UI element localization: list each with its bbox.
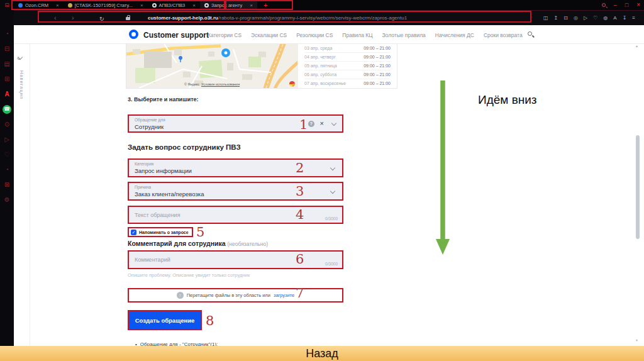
notes-icon[interactable]: ▤ (0, 57, 14, 72)
browser-toolbar: ‹ › ↻ customer-support-help.o3t.ru/rabot… (14, 11, 644, 25)
web-page: Customer support Категории CS Эскалации … (14, 25, 644, 361)
back-icon[interactable]: ‹ (54, 13, 57, 22)
hours-row: 05 апр, пятница09:00 – 21:00 (304, 62, 391, 70)
site-brand[interactable]: Customer support (143, 31, 209, 40)
downloads-icon[interactable]: ↧ (623, 13, 627, 23)
field-value: Запрос информации (135, 167, 192, 174)
checkbox-checked-icon[interactable]: ✓ (131, 230, 136, 235)
annotation-number-8: 8 (206, 313, 214, 328)
clock-icon[interactable]: ◔ (0, 162, 14, 177)
nav-pravila-kc[interactable]: Правила КЦ (342, 32, 372, 38)
favorites-icon[interactable]: ♡ (0, 147, 14, 162)
annotation-number-2: 2 (296, 160, 304, 175)
tab-close-icon[interactable]: × (140, 3, 143, 8)
upload-icon: ↑ (177, 292, 184, 299)
nav-sroki-vozvrata[interactable]: Сроки возврата (484, 32, 523, 38)
field-kommentariy[interactable]: Комментарий 0/3000 (128, 250, 343, 269)
whatsapp-icon[interactable]: ☎ (3, 105, 11, 114)
minimize-button[interactable]: – (614, 0, 617, 10)
map-provider-icon[interactable] (289, 81, 295, 87)
split-view-icon[interactable]: ◫ (543, 13, 548, 23)
field-napominat-checkbox[interactable]: ✓ Напоминать о запросе (128, 227, 193, 237)
help-icon[interactable]: ? (308, 121, 314, 127)
address-bar[interactable]: customer-support-help.o3t.ru/rabota-v-pr… (148, 15, 407, 21)
target-icon[interactable]: ⊙ (0, 117, 14, 132)
upload-link[interactable]: загрузите (274, 292, 294, 298)
chevron-down-icon[interactable] (330, 165, 335, 170)
mode-icon[interactable]: ◎ (574, 13, 578, 23)
navigation-rail: » Навигация (14, 44, 30, 361)
map-terms-link[interactable]: Условия использования (201, 82, 240, 86)
nav-nachisleniya-ds[interactable]: Начисления ДС (435, 32, 474, 38)
forward-icon[interactable]: › (72, 13, 74, 22)
close-button[interactable]: × (636, 0, 640, 10)
back-bar[interactable]: Назад (0, 346, 644, 361)
tab-apvz[interactable]: АПВЗ/СПВЗ × (148, 0, 200, 11)
panel-icon[interactable]: ⊟ (0, 42, 14, 57)
chevron-down-icon[interactable] (330, 189, 335, 194)
url-path: /rabota-v-programmah/programmy-i-servisy… (218, 15, 407, 21)
field-placeholder: Комментарий (135, 257, 170, 263)
history-icon[interactable]: ◔ (0, 26, 14, 42)
hours-row: 03 апр, среда09:00 – 21:00 (304, 44, 391, 53)
reload-icon[interactable]: ↻ (99, 14, 104, 23)
yandex-map[interactable]: © ЯндексУсловия использования (126, 44, 297, 88)
tab-close-icon[interactable]: × (56, 3, 59, 8)
nav-categorii-cs[interactable]: Категории CS (208, 32, 242, 38)
create-request-button[interactable]: Создать обращение (128, 310, 202, 330)
nav-rezolucii-cs[interactable]: Резолюции CS (296, 32, 333, 38)
extensions-icon[interactable]: ◍ (603, 13, 608, 23)
field-label: Категория (135, 162, 153, 166)
new-tab-button[interactable]: + (264, 1, 267, 9)
play-icon[interactable]: ▷ (0, 132, 14, 147)
apps-grid-icon[interactable]: ⊞ (0, 72, 14, 87)
a-app-icon[interactable]: A (0, 87, 14, 102)
scrollbar-thumb[interactable] (636, 135, 640, 239)
field-kategoriya[interactable]: Категория Запрос информации (128, 158, 343, 177)
site-nav: Категории CS Эскалации CS Резолюции CS П… (208, 32, 523, 38)
field-obrashenie-dlya[interactable]: Обращение для Сотрудник ? × (128, 114, 343, 133)
tab-close-icon[interactable]: × (192, 3, 196, 8)
chevron-down-icon[interactable] (331, 121, 336, 126)
field-value: Сотрудник (135, 123, 164, 130)
tab-ozon-crm[interactable]: Ozon.CRM × (14, 0, 64, 11)
nav-eskalacii-cs[interactable]: Эскалации CS (251, 32, 287, 38)
rail-label: Навигация (19, 70, 25, 99)
hours-time: 09:00 – 21:00 (364, 55, 391, 59)
tab-list-icon[interactable]: ⊟ (0, 0, 14, 11)
tab-label: Ozon.CRM (25, 3, 48, 8)
share-icon[interactable]: ↥ (554, 13, 558, 23)
menu-icon[interactable]: ≡ (632, 13, 635, 23)
annotation-number-4: 4 (296, 207, 304, 222)
tab-ctask[interactable]: [CTASK-15071959] Стату... × (64, 0, 148, 11)
browser-sidebar: ⊟ ◔ ⊟ ▤ ⊞ A ☎ ⊙ ▷ ♡ ◔ ⊠ ⚙ (0, 0, 14, 361)
ozon-logo (129, 30, 138, 39)
screenshot-icon[interactable]: ⊡ (564, 13, 568, 23)
browser-search-icon[interactable] (602, 3, 606, 7)
comment-title-text: Комментарий для сотрудника (128, 240, 226, 247)
expand-rail-icon[interactable]: » (18, 55, 23, 60)
box-icon[interactable]: ⊠ (0, 177, 14, 192)
field-prichina[interactable]: Причина Заказ клиента/перевозка (128, 182, 343, 201)
nav-zolotye-pravila[interactable]: Золотые правила (382, 32, 425, 38)
settings-gear-icon[interactable]: ⚙ (0, 192, 14, 208)
tab-close-icon[interactable]: × (250, 3, 253, 8)
field-placeholder: Текст обращения (135, 212, 180, 218)
dropzone-text: Перетащите файлы в эту область или (187, 292, 270, 298)
annotation-number-3: 3 (296, 184, 304, 199)
field-tekst-obrasheniya[interactable]: Текст обращения 0/3000 (128, 206, 343, 224)
player-icon[interactable]: ▷ (584, 13, 587, 23)
scrollbar-up-icon[interactable]: ▲ (635, 44, 638, 48)
scrollbar-down-icon[interactable]: ▼ (635, 338, 638, 342)
profile-icon[interactable]: A (613, 13, 616, 23)
hours-row: 07 апр, воскресенье09:00 – 21:00 (304, 79, 391, 88)
tab-favicon (18, 3, 23, 8)
scroll-down-arrow (434, 78, 453, 257)
hours-time: 09:00 – 21:00 (364, 64, 391, 68)
file-dropzone[interactable]: ↑ Перетащите файлы в эту область или заг… (128, 288, 343, 303)
clear-icon[interactable]: × (320, 119, 324, 127)
tab-zapros-agentu[interactable]: Запрос агенту × (200, 0, 257, 11)
bookmark-heart-icon[interactable]: ♡ (593, 13, 597, 23)
site-search-icon[interactable] (528, 31, 532, 36)
restore-button[interactable]: □ (625, 0, 628, 10)
